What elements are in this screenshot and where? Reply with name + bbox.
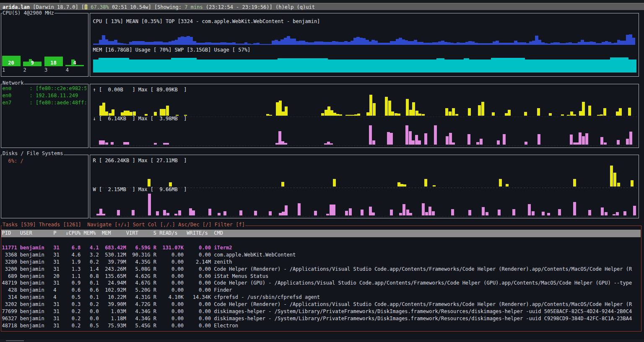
axis-tick bbox=[481, 117, 483, 117]
showing-times-help[interactable]: (23:12:54 - 23:19:56)] (h)elp (q)uit bbox=[203, 4, 315, 10]
axis-tick bbox=[193, 117, 195, 117]
axis-tick bbox=[375, 117, 377, 117]
axis-tick bbox=[572, 117, 574, 117]
task-row-3202[interactable]: 3202 benjamin 31 0.3 0.2 39.90M 4.72G R … bbox=[2, 301, 640, 308]
axis-tick bbox=[423, 117, 425, 117]
axis-tick bbox=[618, 117, 619, 117]
task-row-428[interactable]: 428 benjamin 4 0.6 0.6 102.92M 5.20G R 0… bbox=[2, 287, 640, 294]
axis-tick bbox=[211, 216, 213, 217]
hist-bar bbox=[126, 142, 130, 145]
axis-tick bbox=[221, 187, 222, 188]
axis-tick bbox=[314, 216, 316, 217]
axis-tick bbox=[187, 216, 189, 217]
task-row-48719[interactable]: 48719 benjamin 31 0.9 0.1 24.94M 4.67G R… bbox=[2, 280, 640, 287]
axis-tick bbox=[593, 145, 595, 146]
axis-tick bbox=[572, 187, 574, 188]
axis-tick bbox=[430, 117, 431, 117]
axis-tick bbox=[363, 145, 365, 146]
axis-tick bbox=[260, 187, 262, 188]
axis-tick bbox=[614, 187, 616, 188]
axis-tick bbox=[445, 187, 447, 188]
axis-tick bbox=[602, 145, 604, 146]
axis-tick bbox=[317, 216, 319, 217]
mem-usage-line: MEM [16.78GB] Usage [ 70%] SWP [3.15GB] … bbox=[93, 47, 251, 54]
axis-tick bbox=[281, 117, 283, 117]
axis-tick bbox=[457, 145, 459, 146]
axis-tick bbox=[117, 216, 119, 217]
axis-tick bbox=[608, 216, 610, 217]
axis-tick bbox=[554, 117, 556, 117]
hist-bar bbox=[399, 213, 402, 215]
axis-tick bbox=[369, 187, 371, 188]
axis-tick bbox=[208, 145, 210, 146]
hist-bar bbox=[391, 111, 395, 116]
axis-tick bbox=[487, 117, 489, 117]
axis-tick bbox=[193, 216, 195, 217]
task-row-3368[interactable]: 3368 benjamin 31 4.6 3.2 530.12M 90.31G … bbox=[2, 251, 640, 259]
axis-tick bbox=[527, 117, 528, 117]
axis-tick bbox=[596, 117, 598, 117]
axis-tick bbox=[351, 216, 353, 217]
hist-bar bbox=[406, 99, 409, 116]
axis-tick bbox=[312, 145, 313, 146]
axis-tick bbox=[215, 145, 216, 146]
axis-tick bbox=[369, 145, 371, 146]
task-row-314[interactable]: 314 benjamin 4 0.5 0.1 10.22M 4.31G R 4.… bbox=[2, 294, 640, 301]
hist-bar bbox=[133, 111, 136, 116]
task-row-48718[interactable]: 48718 benjamin 31 0.2 0.5 75.93M 5.45G R… bbox=[2, 322, 640, 329]
hist-bar bbox=[629, 132, 633, 145]
axis-tick bbox=[320, 187, 322, 188]
task-row-689[interactable]: 689 benjamin 20 1.1 0.8 135.65M 4.62G R … bbox=[2, 273, 640, 280]
axis-tick bbox=[451, 145, 452, 146]
axis-tick bbox=[393, 117, 395, 117]
axis-tick bbox=[548, 216, 549, 217]
task-row-3200[interactable]: 3200 benjamin 31 1.3 1.4 243.26M 5.08G R… bbox=[2, 266, 640, 273]
task-row-77699[interactable]: 77699 benjamin 31 0.2 0.0 1.03M 4.34G R … bbox=[2, 308, 640, 315]
axis-tick bbox=[441, 187, 443, 188]
axis-tick bbox=[575, 145, 576, 146]
axis-tick bbox=[363, 117, 365, 117]
task-row-3280[interactable]: 3280 benjamin 31 1.9 0.2 39.79M 4.35G R … bbox=[2, 259, 640, 266]
axis-tick bbox=[199, 117, 201, 117]
axis-tick bbox=[130, 216, 131, 217]
axis-tick bbox=[481, 145, 483, 146]
axis-tick bbox=[623, 216, 625, 217]
axis-tick bbox=[309, 145, 310, 146]
axis-tick bbox=[590, 145, 592, 146]
axis-tick bbox=[290, 216, 292, 217]
hist-bar bbox=[561, 114, 564, 116]
tasks-header[interactable]: PID USER P ↓CPU% MEM% MEM VIRT S READ/s … bbox=[1, 230, 641, 237]
core-3-value: 18 bbox=[44, 60, 63, 67]
axis-tick bbox=[418, 145, 419, 146]
battery-icon bbox=[84, 4, 88, 10]
axis-tick bbox=[105, 145, 107, 146]
task-row-96327[interactable]: 96327 benjamin 31 0.2 0.0 1.18M 4.34G R … bbox=[2, 315, 640, 322]
axis-tick bbox=[629, 145, 631, 146]
axis-tick bbox=[454, 117, 455, 117]
axis-tick bbox=[599, 145, 601, 146]
axis-tick bbox=[245, 187, 247, 188]
axis-tick bbox=[203, 187, 204, 188]
axis-tick bbox=[290, 117, 292, 117]
axis-tick bbox=[451, 117, 452, 117]
axis-tick bbox=[348, 117, 349, 117]
hist-bar bbox=[492, 112, 495, 116]
hist-bar bbox=[422, 203, 425, 215]
axis-tick bbox=[139, 216, 140, 217]
axis-tick bbox=[629, 117, 631, 117]
task-row-11771[interactable]: 11771 benjamin 31 6.8 4.1 683.42M 6.59G … bbox=[2, 244, 640, 251]
axis-tick bbox=[457, 187, 459, 188]
axis-tick bbox=[448, 216, 449, 217]
hist-bar bbox=[105, 111, 109, 116]
axis-tick bbox=[590, 187, 592, 188]
axis-tick bbox=[215, 117, 216, 117]
axis-tick bbox=[472, 187, 474, 188]
axis-tick bbox=[309, 187, 310, 188]
axis-tick bbox=[332, 145, 334, 146]
hist-bar bbox=[412, 102, 415, 116]
axis-tick bbox=[223, 117, 225, 117]
hist-bar bbox=[326, 214, 330, 215]
hist-bar bbox=[617, 183, 621, 187]
axis-tick bbox=[441, 117, 443, 117]
axis-tick bbox=[275, 145, 277, 146]
